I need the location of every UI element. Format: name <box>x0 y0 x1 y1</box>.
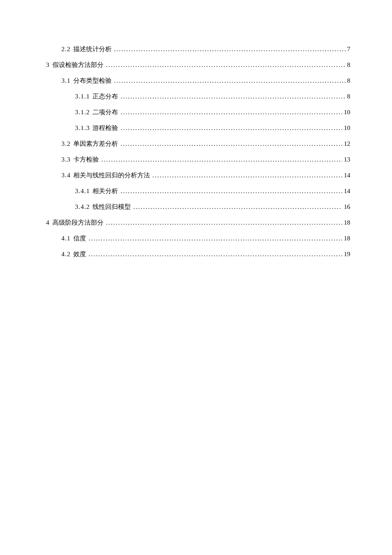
toc-number: 3 <box>46 62 50 68</box>
toc-number: 3.2 <box>61 141 71 147</box>
toc-entry: 3.3 卡方检验 13 <box>46 156 350 163</box>
toc-leader <box>133 204 342 210</box>
toc-page-number: 19 <box>344 251 350 257</box>
toc-leader <box>121 109 342 116</box>
toc-entry: 4.2 效度 19 <box>46 251 350 257</box>
toc-title: 效度 <box>73 251 86 257</box>
toc-title: 卡方检验 <box>73 156 99 163</box>
toc-title: 高级阶段方法部分 <box>52 220 104 226</box>
toc-leader <box>121 188 342 194</box>
toc-number: 4 <box>46 220 50 226</box>
toc-title: 相关分析 <box>92 188 118 194</box>
toc-title: 相关与线性回归的分析方法 <box>73 172 150 179</box>
toc-entry: 3.4.2 线性回归模型 16 <box>46 204 350 210</box>
toc-leader <box>89 235 342 242</box>
toc-page-number: 7 <box>347 46 351 52</box>
toc-entry: 4.1 信度 18 <box>46 235 350 242</box>
toc-entry: 3.4.1 相关分析 14 <box>46 188 350 194</box>
toc-entry: 3.1 分布类型检验 8 <box>46 78 350 84</box>
toc-title: 线性回归模型 <box>92 204 131 210</box>
toc-entry: 3.2 单因素方差分析 12 <box>46 141 350 147</box>
toc-leader <box>114 78 346 84</box>
toc-number: 3.4.2 <box>75 204 90 210</box>
toc-leader <box>114 46 346 52</box>
toc-leader <box>121 93 346 100</box>
toc-entry: 3 假设检验方法部分 8 <box>46 62 350 68</box>
toc-number: 3.1 <box>61 78 71 84</box>
toc-page-number: 8 <box>347 93 351 100</box>
toc-title: 二项分布 <box>92 109 118 116</box>
toc-title: 信度 <box>73 235 86 242</box>
toc-title: 游程检验 <box>92 125 118 131</box>
toc-page-number: 10 <box>344 109 350 116</box>
toc-leader <box>153 172 342 179</box>
toc-page-number: 13 <box>344 156 350 163</box>
toc-entry: 2.2 描述统计分析 7 <box>46 46 350 52</box>
toc-page-number: 8 <box>347 62 351 68</box>
toc-page-number: 12 <box>344 141 350 147</box>
toc-page-number: 14 <box>344 172 350 179</box>
toc-number: 4.1 <box>61 235 71 242</box>
toc-number: 4.2 <box>61 251 71 257</box>
toc-title: 正态分布 <box>92 93 118 100</box>
toc-title: 单因素方差分析 <box>73 141 118 147</box>
toc-number: 3.4.1 <box>75 188 90 194</box>
toc-leader <box>121 141 342 147</box>
toc-number: 3.1.1 <box>75 93 90 100</box>
toc-leader <box>106 62 346 68</box>
toc-page-number: 10 <box>344 125 350 131</box>
toc-number: 3.1.2 <box>75 109 90 116</box>
toc-page-number: 8 <box>347 78 351 84</box>
toc-page-number: 18 <box>344 235 350 242</box>
toc-entry: 3.1.3 游程检验 10 <box>46 125 350 131</box>
toc-title: 假设检验方法部分 <box>52 62 104 68</box>
toc-entry: 4 高级阶段方法部分 18 <box>46 220 350 226</box>
toc-page-number: 16 <box>344 204 350 210</box>
toc-title: 描述统计分析 <box>73 46 112 52</box>
toc-number: 3.4 <box>61 172 71 179</box>
toc-page-number: 14 <box>344 188 350 194</box>
toc-page-number: 18 <box>344 220 350 226</box>
toc-leader <box>101 156 342 163</box>
toc-number: 2.2 <box>61 46 71 52</box>
toc-page: 2.2 描述统计分析 7 3 假设检验方法部分 8 3.1 分布类型检验 8 3… <box>0 0 392 257</box>
toc-entry: 3.1.2 二项分布 10 <box>46 109 350 116</box>
toc-number: 3.1.3 <box>75 125 90 131</box>
toc-title: 分布类型检验 <box>73 78 112 84</box>
toc-leader <box>106 220 343 226</box>
toc-entry: 3.4 相关与线性回归的分析方法 14 <box>46 172 350 179</box>
toc-entry: 3.1.1 正态分布 8 <box>46 93 350 100</box>
toc-number: 3.3 <box>61 156 71 163</box>
toc-leader <box>89 251 342 257</box>
toc-leader <box>121 125 342 131</box>
